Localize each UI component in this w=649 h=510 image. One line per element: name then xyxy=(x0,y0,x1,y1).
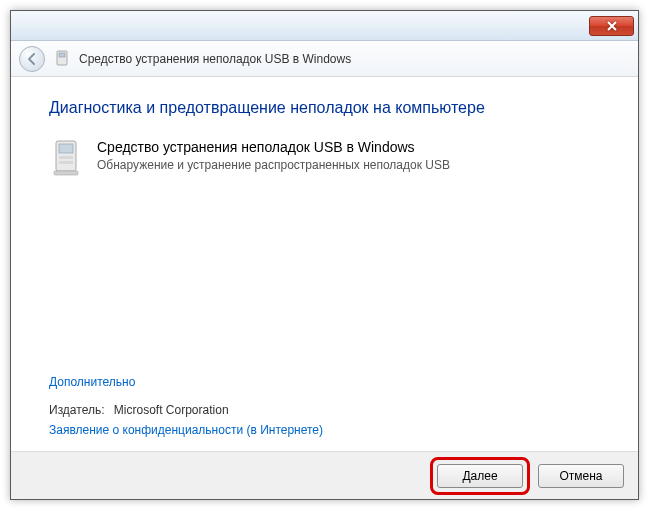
close-button[interactable] xyxy=(589,16,634,36)
titlebar xyxy=(11,11,638,41)
header-title: Средство устранения неполадок USB в Wind… xyxy=(79,52,351,66)
svg-rect-3 xyxy=(59,144,73,153)
footer: Далее Отмена xyxy=(11,451,638,499)
page-heading: Диагностика и предотвращение неполадок н… xyxy=(49,99,600,117)
arrow-left-icon xyxy=(25,52,39,66)
content-area: Диагностика и предотвращение неполадок н… xyxy=(11,77,638,451)
svg-rect-4 xyxy=(59,156,73,159)
publisher-value: Microsoft Corporation xyxy=(114,403,229,417)
svg-rect-6 xyxy=(54,171,78,175)
svg-rect-1 xyxy=(59,53,65,57)
breadcrumb-header: Средство устранения неполадок USB в Wind… xyxy=(11,41,638,77)
advanced-link[interactable]: Дополнительно xyxy=(49,375,135,389)
privacy-link[interactable]: Заявление о конфиденциальности (в Интерн… xyxy=(49,423,323,437)
wizard-window: Средство устранения неполадок USB в Wind… xyxy=(10,10,639,500)
cancel-button[interactable]: Отмена xyxy=(538,464,624,488)
next-button[interactable]: Далее xyxy=(437,464,523,488)
tool-description: Обнаружение и устранение распространенны… xyxy=(97,158,450,172)
highlight-annotation: Далее xyxy=(430,457,530,495)
tool-title: Средство устранения неполадок USB в Wind… xyxy=(97,139,450,155)
publisher-row: Издатель: Microsoft Corporation xyxy=(49,403,600,417)
svg-rect-5 xyxy=(59,161,73,164)
publisher-label: Издатель: xyxy=(49,403,105,417)
back-button[interactable] xyxy=(19,46,45,72)
troubleshoot-icon xyxy=(53,50,71,68)
troubleshooter-text: Средство устранения неполадок USB в Wind… xyxy=(97,139,450,179)
close-icon xyxy=(607,21,617,31)
computer-icon xyxy=(49,139,83,179)
troubleshooter-item: Средство устранения неполадок USB в Wind… xyxy=(49,139,600,179)
